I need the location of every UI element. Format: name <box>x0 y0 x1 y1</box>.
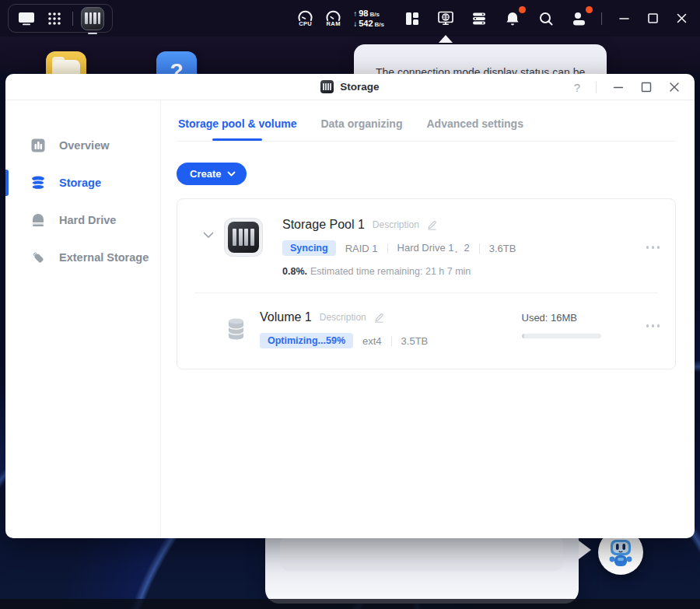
user-account-icon[interactable] <box>569 9 590 29</box>
sidebar-item-hard-drive[interactable]: Hard Drive <box>5 201 160 239</box>
window-title-group: Storage <box>320 80 379 93</box>
volume-description-label: Description <box>320 312 366 323</box>
topbar-launcher-group <box>8 4 113 33</box>
tab-label-data-organizing: Data organizing <box>320 117 402 130</box>
storage-app-taskbar-icon[interactable] <box>81 7 104 30</box>
topbar-maximize-button[interactable] <box>647 12 659 24</box>
pool-hard-drives: Hard Drive 1、2 <box>397 241 470 255</box>
cpu-monitor-icon[interactable]: CPU <box>297 9 313 27</box>
external-storage-icon <box>30 250 46 265</box>
volume-usage: Used: 16MB <box>522 310 646 338</box>
widgets-panel-icon[interactable] <box>402 9 422 29</box>
tab-storage-pool-volume[interactable]: Storage pool & volume <box>177 111 298 141</box>
pool-more-actions-button[interactable] <box>646 218 660 249</box>
storage-window-icon <box>320 80 334 93</box>
topbar-minimize-button[interactable] <box>618 12 630 24</box>
app-grid-icon[interactable] <box>44 9 65 29</box>
tab-data-organizing[interactable]: Data organizing <box>319 111 404 141</box>
running-app-indicator <box>88 33 97 34</box>
server-services-icon[interactable] <box>469 9 489 29</box>
sidebar-item-external-storage[interactable]: External Storage <box>5 239 160 276</box>
volume-status-badge: Optimizing...59% <box>260 333 353 348</box>
tab-advanced-settings[interactable]: Advanced settings <box>425 111 524 141</box>
window-title: Storage <box>340 81 379 93</box>
volume-name: Volume 1 <box>260 310 312 324</box>
window-maximize-button[interactable] <box>640 81 653 93</box>
storage-window-body: Overview Storage Hard Drive External Sto… <box>5 100 695 538</box>
screen: ? The connection mode display status can… <box>0 0 700 609</box>
topbar-divider <box>601 12 602 25</box>
pool-name: Storage Pool 1 <box>282 218 365 232</box>
os-taskbar-strip[interactable] <box>0 599 700 609</box>
pool-raid-level: RAID 1 <box>345 243 378 254</box>
pool-description-label: Description <box>373 219 419 230</box>
show-desktop-icon[interactable] <box>16 9 37 29</box>
volume-capacity: 3.5TB <box>401 335 429 347</box>
user-notification-dot <box>586 6 593 13</box>
volume-filesystem: ext4 <box>362 335 382 347</box>
nas-pool-icon <box>224 218 263 257</box>
window-minimize-button[interactable] <box>612 81 625 93</box>
content-tabs: Storage pool & volume Data organizing Ad… <box>177 111 676 142</box>
sidebar-item-overview[interactable]: Overview <box>5 127 160 164</box>
robot-icon <box>604 535 638 569</box>
active-tab-underline <box>212 138 262 141</box>
storage-window-titlebar[interactable]: Storage ? <box>5 74 695 100</box>
nas-desktop-topbar: CPU RAM ↑98B/s ↓542B/s <box>0 0 700 37</box>
window-controls: ? <box>574 74 681 100</box>
window-help-button[interactable]: ? <box>574 81 580 94</box>
meta-divider <box>387 243 388 254</box>
download-arrow-icon: ↓ <box>353 20 357 28</box>
sidebar-item-storage[interactable]: Storage <box>5 164 160 201</box>
create-button-label: Create <box>190 168 221 180</box>
assistant-bubble-pointer <box>579 541 591 559</box>
overview-icon <box>30 138 46 153</box>
storage-pool-row: Storage Pool 1 Description Syncing RAID … <box>177 199 675 292</box>
tooltip-anchor-arrow <box>439 35 453 43</box>
sidebar-label-hard-drive: Hard Drive <box>59 214 116 226</box>
pool-capacity: 3.6TB <box>489 243 516 254</box>
topbar-tray-icons <box>402 9 590 29</box>
create-button[interactable]: Create <box>177 163 247 185</box>
volume-row: Volume 1 Description Optimizing...59% ex… <box>177 293 675 369</box>
topbar-status-area: CPU RAM ↑98B/s ↓542B/s <box>297 9 688 29</box>
pool-collapse-toggle[interactable] <box>193 218 224 239</box>
storage-window: Storage ? Overview <box>5 74 695 538</box>
ram-monitor-icon[interactable]: RAM <box>325 9 341 27</box>
sidebar-label-storage: Storage <box>59 177 101 189</box>
edit-pencil-icon[interactable] <box>374 313 384 323</box>
cpu-label: CPU <box>299 21 312 27</box>
edit-pencil-icon[interactable] <box>427 220 437 230</box>
search-icon[interactable] <box>536 9 556 29</box>
ram-label: RAM <box>327 21 341 27</box>
storage-sidebar: Overview Storage Hard Drive External Sto… <box>5 100 161 538</box>
volume-used-label: Used: 16MB <box>522 312 646 324</box>
active-item-indicator <box>5 170 9 196</box>
storage-content: Storage pool & volume Data organizing Ad… <box>161 100 695 538</box>
pool-eta-text: Estimated time remaining: 21 h 7 min <box>310 266 471 277</box>
download-speed: 542 <box>359 19 373 28</box>
meta-divider <box>479 243 480 254</box>
topbar-window-controls <box>618 12 688 24</box>
storage-pool-card: Storage Pool 1 Description Syncing RAID … <box>177 198 676 369</box>
window-controls-divider <box>596 82 597 93</box>
window-close-button[interactable] <box>668 81 681 93</box>
meta-divider <box>391 336 392 346</box>
chevron-down-icon <box>227 171 236 177</box>
upload-speed: 98 <box>359 9 368 18</box>
notification-dot <box>519 6 526 13</box>
topbar-close-button[interactable] <box>676 12 688 24</box>
notifications-bell-icon[interactable] <box>502 9 523 29</box>
pool-info: Storage Pool 1 Description Syncing RAID … <box>263 218 646 277</box>
volume-more-actions-button[interactable] <box>646 310 660 327</box>
pool-sync-progress: 0.8%.Estimated time remaining: 21 h 7 mi… <box>282 266 646 277</box>
pool-status-badge: Syncing <box>282 240 336 256</box>
tab-label-advanced-settings: Advanced settings <box>426 117 523 130</box>
network-speed-indicator[interactable]: ↑98B/s ↓542B/s <box>353 9 384 28</box>
volume-usage-bar <box>522 334 601 338</box>
launcher-divider <box>72 12 73 26</box>
volume-info: Volume 1 Description Optimizing...59% ex… <box>247 310 522 348</box>
connection-mode-icon[interactable] <box>436 9 456 29</box>
upload-unit: B/s <box>369 12 379 18</box>
tab-label-pool-volume: Storage pool & volume <box>178 117 296 130</box>
